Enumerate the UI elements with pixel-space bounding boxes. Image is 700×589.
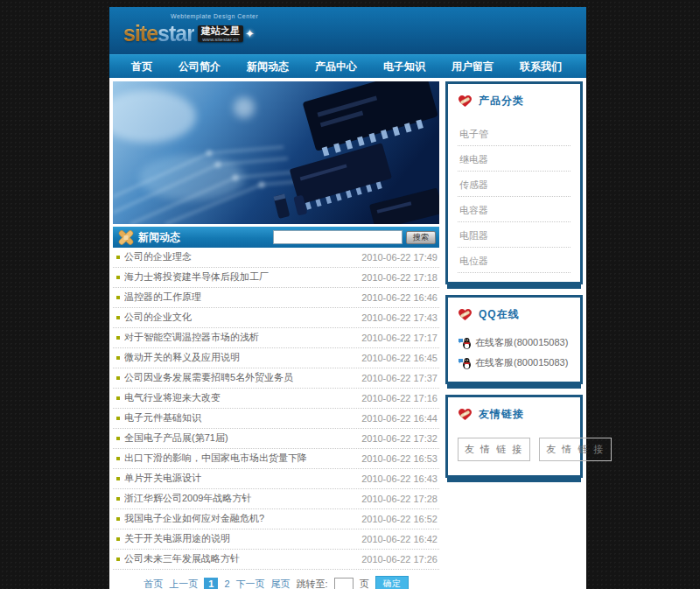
news-item-link[interactable]: 温控器的工作原理 xyxy=(124,291,356,304)
news-item[interactable]: 电气行业将迎来大改变2010-06-22 17:16 xyxy=(113,389,439,409)
pagination-page-2[interactable]: 2 xyxy=(224,578,229,589)
category-link[interactable]: 传感器 xyxy=(458,172,570,196)
news-item-link[interactable]: 公司的企业理念 xyxy=(124,250,356,263)
news-item[interactable]: 温控器的工作原理2010-06-22 16:46 xyxy=(113,288,439,308)
category-item[interactable]: 电位器 xyxy=(458,248,570,273)
news-item-date: 2010-06-22 17:26 xyxy=(361,554,438,564)
news-item-link[interactable]: 关于开关电源用途的说明 xyxy=(124,532,356,545)
page-background: Webtemplate Design Center site star 建站之星… xyxy=(0,0,700,589)
qq-service-item[interactable]: 在线客服(800015083) xyxy=(458,353,570,373)
news-item-link[interactable]: 电气行业将迎来大改变 xyxy=(124,391,356,404)
friend-links-title: 友情链接 xyxy=(479,407,524,422)
nav-item-knowledge[interactable]: 电子知识 xyxy=(370,55,438,79)
category-item[interactable]: 继电器 xyxy=(458,146,570,172)
category-item[interactable]: 电容器 xyxy=(458,197,570,222)
news-item[interactable]: 关于开关电源用途的说明2010-06-22 16:42 xyxy=(113,529,439,550)
bullet-icon xyxy=(116,396,120,400)
category-link[interactable]: 电阻器 xyxy=(458,222,570,247)
bullet-icon xyxy=(116,336,120,340)
left-column: 新闻动态 搜索 公司的企业理念2010-06-22 17:49 海力士将投资建半… xyxy=(113,81,439,589)
qq-online-box: QQ在线 xyxy=(445,295,583,384)
bullet-icon xyxy=(116,256,120,259)
news-item-link[interactable]: 公司未来三年发展战略方针 xyxy=(124,552,356,565)
category-link[interactable]: 电位器 xyxy=(458,248,570,272)
heart-bandage-icon xyxy=(458,308,472,321)
news-item[interactable]: 浙江华辉公司2009年战略方针2010-06-22 17:28 xyxy=(113,489,439,509)
pagination-prev[interactable]: 上一页 xyxy=(169,578,198,589)
news-item[interactable]: 公司的企业文化2010-06-22 17:43 xyxy=(113,308,439,328)
news-item-date: 2010-06-22 17:43 xyxy=(361,312,438,323)
heart-bandage-icon xyxy=(458,408,472,421)
news-item-link[interactable]: 单片开关电源设计 xyxy=(124,472,356,485)
news-item-date: 2010-06-22 17:18 xyxy=(361,272,438,283)
category-item[interactable]: 电阻器 xyxy=(458,222,570,248)
news-item-link[interactable]: 我国电子企业如何应对金融危机? xyxy=(124,512,356,525)
news-item-link[interactable]: 海力士将投资建半导体后段加工厂 xyxy=(124,270,356,284)
site-column: Webtemplate Design Center site star 建站之星… xyxy=(109,7,586,589)
logo-badge: 建站之星 www.sitestar.cn xyxy=(198,25,243,42)
pagination-first[interactable]: 首页 xyxy=(144,578,163,589)
news-item-link[interactable]: 微动开关的释义及应用说明 xyxy=(124,351,356,364)
logo[interactable]: Webtemplate Design Center site star 建站之星… xyxy=(123,15,255,46)
category-link[interactable]: 电子管 xyxy=(458,121,570,145)
news-item-link[interactable]: 公司的企业文化 xyxy=(124,311,356,324)
category-link[interactable]: 继电器 xyxy=(458,146,570,171)
friend-link[interactable]: 友 情 链 接 xyxy=(539,438,612,461)
product-category-header: 产品分类 xyxy=(458,92,570,114)
pagination-page-suffix: 页 xyxy=(360,578,369,589)
news-item[interactable]: 出口下滑的影响，中国家电市场出货量下降2010-06-22 16:53 xyxy=(113,449,439,469)
news-item-link[interactable]: 公司因业务发展需要招聘5名外贸业务员 xyxy=(124,371,356,384)
news-item[interactable]: 全国电子产品展(第71届)2010-06-22 17:32 xyxy=(113,429,439,449)
bullet-icon xyxy=(116,477,120,480)
news-item[interactable]: 微动开关的释义及应用说明2010-06-22 16:45 xyxy=(113,348,439,368)
pagination-current-page: 1 xyxy=(204,578,218,589)
news-item[interactable]: 电子元件基础知识2010-06-22 16:44 xyxy=(113,409,439,429)
pagination-last[interactable]: 尾页 xyxy=(271,578,290,589)
nav-item-news[interactable]: 新闻动态 xyxy=(234,55,302,79)
category-link[interactable]: 电容器 xyxy=(458,197,570,221)
bullet-icon xyxy=(116,296,120,299)
bullet-icon xyxy=(116,457,120,460)
bullet-icon xyxy=(116,517,120,521)
category-item[interactable]: 传感器 xyxy=(458,172,570,197)
news-item-link[interactable]: 浙江华辉公司2009年战略方针 xyxy=(124,492,356,505)
news-item[interactable]: 公司的企业理念2010-06-22 17:49 xyxy=(113,248,439,268)
news-item[interactable]: 单片开关电源设计2010-06-22 16:43 xyxy=(113,469,439,489)
news-item-date: 2010-06-22 16:42 xyxy=(361,534,438,544)
news-item-link[interactable]: 全国电子产品展(第71届) xyxy=(124,431,356,445)
news-item-link[interactable]: 对于智能空调温控器市场的浅析 xyxy=(124,331,356,344)
nav-item-about[interactable]: 公司简介 xyxy=(165,55,234,79)
nav-item-contact[interactable]: 联系我们 xyxy=(507,55,575,79)
qq-penguin-icon xyxy=(458,337,472,349)
news-item-date: 2010-06-22 16:44 xyxy=(361,413,438,424)
friend-links-row: 友 情 链 接 友 情 链 接 xyxy=(458,438,570,461)
news-item-link[interactable]: 电子元件基础知识 xyxy=(124,411,356,424)
nav-item-guestbook[interactable]: 用户留言 xyxy=(438,55,507,79)
news-item[interactable]: 公司因业务发展需要招聘5名外贸业务员2010-06-22 17:37 xyxy=(113,368,439,389)
logo-text-site: site xyxy=(123,21,158,46)
friend-link[interactable]: 友 情 链 接 xyxy=(458,438,530,461)
news-item-link[interactable]: 出口下滑的影响，中国家电市场出货量下降 xyxy=(124,452,356,465)
search-input[interactable] xyxy=(273,230,402,244)
bullet-icon xyxy=(116,316,120,319)
pagination-jump-input[interactable] xyxy=(334,578,354,589)
news-item-date: 2010-06-22 16:46 xyxy=(361,292,438,303)
pagination-go-button[interactable]: 确定 xyxy=(375,576,409,589)
product-category-box: 产品分类 电子管 继电器 传感器 电容器 电阻器 电位器 xyxy=(445,81,583,284)
pagination-next[interactable]: 下一页 xyxy=(236,578,265,589)
news-item[interactable]: 对于智能空调温控器市场的浅析2010-06-22 17:17 xyxy=(113,328,439,348)
news-item[interactable]: 公司未来三年发展战略方针2010-06-22 17:26 xyxy=(113,550,439,570)
news-section: 新闻动态 搜索 公司的企业理念2010-06-22 17:49 海力士将投资建半… xyxy=(113,227,439,589)
search-button[interactable]: 搜索 xyxy=(406,231,436,244)
friend-links-header: 友情链接 xyxy=(458,405,570,427)
nav-item-products[interactable]: 产品中心 xyxy=(302,55,370,79)
news-item[interactable]: 海力士将投资建半导体后段加工厂2010-06-22 17:18 xyxy=(113,268,439,288)
qq-service-item[interactable]: 在线客服(800015083) xyxy=(458,333,570,353)
category-item[interactable]: 电子管 xyxy=(458,121,570,146)
news-item[interactable]: 我国电子企业如何应对金融危机?2010-06-22 16:52 xyxy=(113,509,439,529)
pagination: 首页 上一页 1 2 下一页 尾页 跳转至: 页 确定 xyxy=(113,570,439,589)
category-list: 电子管 继电器 传感器 电容器 电阻器 电位器 xyxy=(458,121,570,273)
news-item-date: 2010-06-22 16:45 xyxy=(361,353,438,363)
nav-item-home[interactable]: 首页 xyxy=(118,55,165,79)
logo-text-star: star xyxy=(158,21,194,46)
